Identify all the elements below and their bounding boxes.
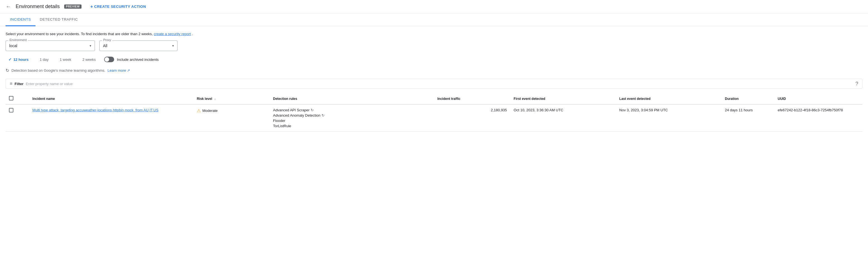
th-uuid: UUID — [775, 93, 862, 104]
page-header: ← Environment details PREVIEW + CREATE S… — [0, 0, 868, 13]
th-checkbox — [6, 93, 29, 104]
risk-cell: ⚠ Moderate — [197, 108, 266, 113]
warning-icon: ⚠ — [197, 108, 201, 113]
archive-toggle[interactable] — [104, 57, 114, 62]
th-incident-traffic: Incident traffic — [434, 93, 510, 104]
tabs-bar: INCIDENTS DETECTED TRAFFIC — [0, 13, 868, 26]
time-filter-12h-label: 12 hours — [13, 58, 28, 62]
th-last-event: Last event detected — [616, 93, 721, 104]
info-text: Select your environment to see your inci… — [6, 32, 862, 36]
th-risk-level[interactable]: Risk level ↓ — [193, 93, 270, 104]
filter-placeholder: Enter property name or value — [26, 82, 72, 86]
environment-select[interactable]: local ▾ — [6, 40, 95, 51]
td-uuid: efe67242-b122-4f18-86c3-7254fb750f78 — [775, 104, 862, 132]
filter-label: Filter — [14, 82, 24, 86]
filters-row: Environment local ▾ Proxy All ▾ — [6, 40, 862, 51]
time-filter-2w[interactable]: 2 weeks — [80, 56, 98, 63]
back-button[interactable]: ← — [6, 3, 11, 10]
risk-level-value: Moderate — [203, 109, 218, 113]
create-security-action-button[interactable]: + CREATE SECURITY ACTION — [90, 4, 146, 9]
environment-select-container: Environment local ▾ — [6, 40, 95, 51]
environment-label: Environment — [8, 38, 28, 41]
table-header-row: Incident name Risk level ↓ Detection rul… — [6, 93, 862, 104]
filter-bar[interactable]: ≡ Filter Enter property name or value ? — [6, 79, 862, 89]
time-filter-1d[interactable]: 1 day — [37, 56, 51, 63]
learn-more-link[interactable]: Learn more ↗ — [107, 68, 130, 72]
td-duration: 24 days 11 hours — [721, 104, 774, 132]
detection-rules-list: Advanced API Scraper ↻ Advanced Anomaly … — [273, 108, 431, 128]
page-title: Environment details — [16, 4, 60, 9]
plus-icon: + — [90, 4, 93, 9]
help-icon[interactable]: ? — [856, 81, 858, 87]
archive-toggle-row: Include archived incidents — [104, 57, 159, 62]
table-header: Incident name Risk level ↓ Detection rul… — [6, 93, 862, 104]
th-detection-rules: Detection rules — [270, 93, 434, 104]
proxy-label: Proxy — [102, 38, 112, 41]
sort-icon: ↓ — [214, 97, 216, 100]
rule-name: Advanced API Scraper — [273, 108, 310, 112]
rule-sync-icon: ↻ — [321, 113, 324, 118]
table-body: Multi type attack, targeting accuweather… — [6, 104, 862, 132]
create-action-label: CREATE SECURITY ACTION — [94, 4, 146, 9]
archive-toggle-label: Include archived incidents — [117, 58, 159, 62]
detection-rule-item: Advanced Anomaly Detection ↻ — [273, 113, 431, 118]
rule-name: Flooder — [273, 119, 285, 123]
td-incident-name: Multi type attack, targeting accuweather… — [29, 104, 193, 132]
chevron-down-icon: ▾ — [172, 44, 174, 48]
td-incident-traffic: 2,180,935 — [434, 104, 510, 132]
check-icon: ✓ — [8, 57, 12, 62]
detection-text: Detection based on Google's machine lear… — [11, 68, 105, 72]
td-checkbox — [6, 104, 29, 132]
td-detection-rules: Advanced API Scraper ↻ Advanced Anomaly … — [270, 104, 434, 132]
td-last-event: Nov 3, 2023, 3:04:59 PM UTC — [616, 104, 721, 132]
select-all-checkbox[interactable] — [9, 96, 13, 100]
ml-icon: ↻ — [6, 68, 9, 73]
proxy-select-container: Proxy All ▾ — [99, 40, 178, 51]
chevron-down-icon: ▾ — [90, 44, 91, 48]
tab-incidents[interactable]: INCIDENTS — [6, 13, 35, 26]
time-filter-row: ✓ 12 hours 1 day 1 week 2 weeks Include … — [6, 56, 862, 63]
tab-detected-traffic[interactable]: DETECTED TRAFFIC — [35, 13, 82, 26]
incidents-table: Incident name Risk level ↓ Detection rul… — [6, 93, 862, 132]
main-content: Select your environment to see your inci… — [0, 26, 868, 137]
proxy-value: All — [103, 43, 107, 48]
rule-name: Advanced Anomaly Detection — [273, 113, 320, 118]
security-report-link[interactable]: create a security report — [154, 32, 191, 36]
external-link-icon: ↗ — [127, 68, 130, 72]
time-filter-1d-label: 1 day — [40, 58, 49, 62]
filter-icon: ≡ — [10, 81, 12, 86]
time-filter-2w-label: 2 weeks — [82, 58, 96, 62]
time-filter-1w-label: 1 week — [60, 58, 71, 62]
detection-rule-item: TorListRule — [273, 124, 431, 128]
environment-value: local — [9, 43, 17, 48]
detection-rule-item: Advanced API Scraper ↻ — [273, 108, 431, 112]
time-filter-12h[interactable]: ✓ 12 hours — [6, 56, 31, 63]
toggle-knob — [105, 57, 109, 62]
time-filter-1w[interactable]: 1 week — [57, 56, 74, 63]
rule-name: TorListRule — [273, 124, 291, 128]
incident-link[interactable]: Multi type attack, targeting accuweather… — [32, 108, 158, 112]
detection-info-row: ↻ Detection based on Google's machine le… — [6, 68, 862, 73]
th-incident-name: Incident name — [29, 93, 193, 104]
preview-badge: PREVIEW — [64, 4, 82, 9]
td-risk-level: ⚠ Moderate — [193, 104, 270, 132]
detection-rule-item: Flooder — [273, 119, 431, 123]
td-first-event: Oct 10, 2023, 3:36:30 AM UTC — [510, 104, 616, 132]
proxy-select[interactable]: All ▾ — [99, 40, 178, 51]
table-row: Multi type attack, targeting accuweather… — [6, 104, 862, 132]
th-first-event: First event detected — [510, 93, 616, 104]
th-duration: Duration — [721, 93, 774, 104]
rule-sync-icon: ↻ — [311, 108, 314, 112]
row-checkbox[interactable] — [9, 108, 13, 113]
